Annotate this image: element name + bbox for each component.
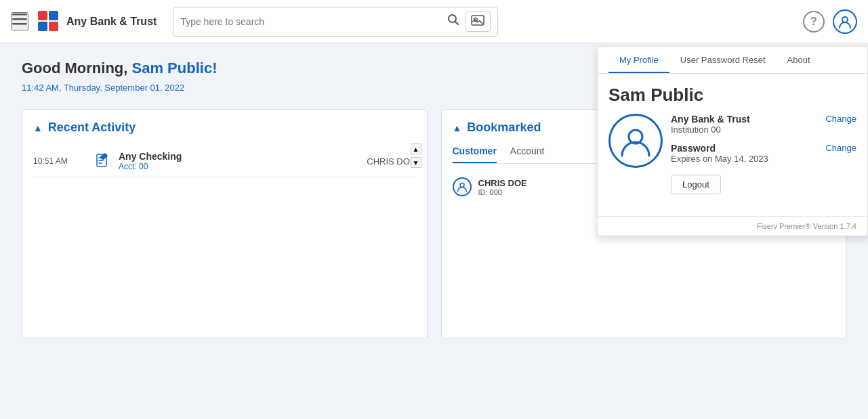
greeting-name: Sam Public! — [132, 60, 218, 76]
recent-activity-title: Recent Activity — [48, 120, 136, 135]
activity-details: Any Checking Acct: 00 — [119, 151, 358, 171]
logo: Any Bank & Trust — [37, 9, 157, 34]
search-icon-button[interactable] — [445, 14, 462, 29]
logout-button[interactable]: Logout — [671, 175, 721, 194]
activity-scroll: ▲ ▼ — [411, 144, 421, 168]
user-avatar-button[interactable] — [833, 9, 857, 34]
logo-text: Any Bank & Trust — [66, 16, 157, 28]
menu-button[interactable] — [11, 12, 28, 30]
profile-footer: Fiserv Premier® Version 1.7.4 — [598, 216, 867, 236]
bookmarked-title: Bookmarked — [467, 120, 541, 135]
password-expiry: Expires on May 14, 2023 — [671, 154, 768, 164]
institution-label: Any Bank & Trust — [671, 114, 750, 125]
image-search-button[interactable] — [465, 12, 491, 32]
bookmark-avatar — [453, 177, 472, 196]
password-label: Password — [671, 143, 768, 154]
svg-point-11 — [842, 17, 848, 22]
activity-user: CHRIS DOE — [367, 156, 415, 167]
chevron-up-icon: ▲ — [33, 123, 43, 133]
scroll-down-button[interactable]: ▼ — [411, 157, 421, 168]
tab-my-profile[interactable]: My Profile — [608, 47, 669, 73]
help-button[interactable]: ? — [803, 11, 825, 32]
tab-about[interactable]: About — [777, 47, 821, 73]
search-bar — [173, 7, 498, 37]
header: Any Bank & Trust ? M — [0, 0, 868, 43]
change-institution-button[interactable]: Change — [825, 114, 856, 124]
svg-rect-2 — [12, 23, 27, 25]
svg-line-8 — [455, 22, 459, 25]
profile-details: Any Bank & Trust Institution 00 Change P… — [671, 114, 856, 194]
chevron-up-icon-bookmarked: ▲ — [453, 123, 462, 133]
profile-body: Sam Public Any Bank & Trust Institution … — [598, 74, 867, 216]
profile-info-row: Any Bank & Trust Institution 00 Change P… — [608, 114, 856, 194]
bookmark-name: CHRIS DOE — [478, 178, 527, 188]
bookmark-id: ID: 000 — [478, 188, 527, 196]
change-password-button[interactable]: Change — [825, 143, 856, 153]
recent-activity-header: ▲ Recent Activity — [33, 120, 416, 135]
tab-user-password-reset[interactable]: User Password Reset — [669, 47, 777, 73]
logo-icon — [37, 9, 61, 34]
profile-avatar — [608, 114, 663, 168]
recent-activity-card: ▲ Recent Activity 10:51 AM Any Checking … — [22, 109, 428, 339]
greeting-prefix: Good Morning, — [22, 60, 132, 76]
svg-rect-4 — [49, 11, 58, 20]
bookmark-item-info: CHRIS DOE ID: 000 — [478, 178, 527, 196]
institution-field: Any Bank & Trust Institution 00 Change — [671, 114, 856, 135]
activity-time: 10:51 AM — [33, 156, 87, 166]
svg-point-14 — [460, 183, 464, 188]
profile-tabs: My Profile User Password Reset About — [598, 47, 867, 74]
svg-rect-6 — [49, 22, 58, 31]
svg-rect-3 — [38, 11, 47, 20]
bookmark-tab-account[interactable]: Account — [510, 146, 545, 163]
activity-account-name: Any Checking — [119, 151, 358, 162]
header-actions: ? — [803, 9, 857, 34]
activity-icon — [96, 152, 110, 171]
svg-rect-5 — [38, 22, 47, 31]
scroll-up-button[interactable]: ▲ — [411, 144, 421, 154]
activity-acct: Acct: 00 — [119, 162, 358, 171]
institution-value: Institution 00 — [671, 125, 750, 135]
activity-item: 10:51 AM Any Checking Acct: 00 CHRIS DOE — [33, 146, 416, 177]
profile-dropdown: My Profile User Password Reset About Sam… — [597, 46, 868, 236]
password-field: Password Expires on May 14, 2023 Change — [671, 143, 856, 164]
search-input[interactable] — [180, 16, 445, 27]
svg-rect-0 — [12, 14, 27, 16]
svg-rect-1 — [12, 18, 27, 20]
bookmark-tab-customer[interactable]: Customer — [453, 146, 497, 163]
profile-user-name: Sam Public — [608, 85, 856, 106]
